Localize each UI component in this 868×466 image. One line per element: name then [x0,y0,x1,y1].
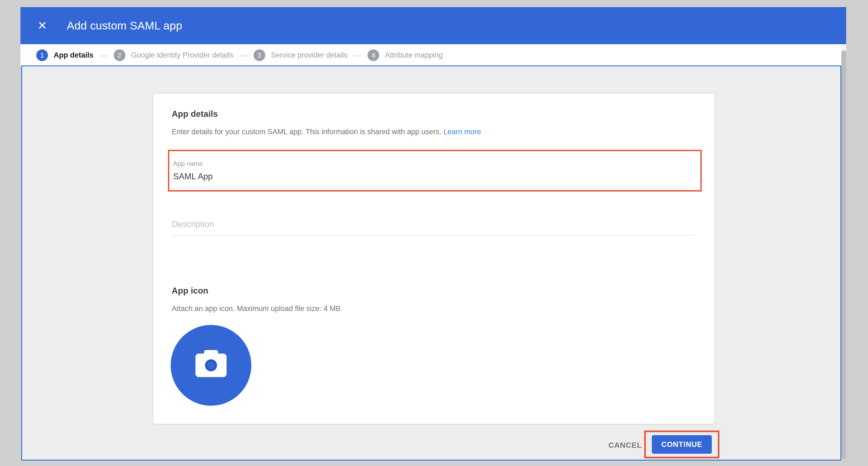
step-label: Attribute mapping [385,51,443,59]
description-placeholder: Description [172,220,696,229]
annotation-box-continue: CONTINUE [644,431,719,458]
input-underline [172,235,696,236]
step-separator: — [100,51,107,60]
card-title: App details [172,109,714,119]
step-label: App details [54,51,94,59]
step-service-provider-details[interactable]: 3 Service provider details [253,49,348,61]
step-number-badge: 4 [368,49,379,61]
step-number-badge: 1 [36,49,48,61]
card-subtitle-text: Enter details for your custom SAML app. … [172,128,441,136]
annotation-box-app-name: App name SAML App [168,150,702,192]
dialog-title: Add custom SAML app [67,19,182,32]
step-attribute-mapping[interactable]: 4 Attribute mapping [368,49,443,61]
app-icon-title: App icon [172,286,714,296]
scrollbar-thumb[interactable] [841,50,846,459]
description-input[interactable]: Description [172,220,696,236]
add-custom-saml-app-dialog: ✕ Add custom SAML app 1 App details — 2 … [0,0,868,466]
card-subtitle: Enter details for your custom SAML app. … [172,128,696,136]
camera-icon [195,354,226,377]
input-underline [173,186,691,187]
step-separator: — [240,51,247,60]
app-icon-upload-button[interactable] [170,325,251,406]
wizard-stepper: 1 App details — 2 Google Identity Provid… [21,44,846,66]
step-separator: — [353,51,361,60]
app-name-value: SAML App [173,172,700,181]
step-label: Service provider details [271,51,348,59]
dialog-header: ✕ Add custom SAML app [21,7,846,44]
step-app-details[interactable]: 1 App details [36,49,94,61]
app-icon-subtitle: Attach an app icon. Maximum upload file … [172,304,696,313]
step-number-badge: 2 [114,49,125,61]
cancel-button[interactable]: CANCEL [602,437,648,454]
app-name-label: App name [173,160,700,168]
step-label: Google Identity Provider details [131,51,234,59]
close-icon[interactable]: ✕ [35,18,50,33]
continue-button[interactable]: CONTINUE [652,435,712,454]
dialog-body: App details Enter details for your custo… [21,65,841,461]
learn-more-link[interactable]: Learn more [443,128,481,136]
app-details-card: App details Enter details for your custo… [153,94,715,424]
app-name-input[interactable]: App name SAML App [173,160,700,187]
step-number-badge: 3 [253,49,265,61]
step-google-idp-details[interactable]: 2 Google Identity Provider details [114,49,234,61]
